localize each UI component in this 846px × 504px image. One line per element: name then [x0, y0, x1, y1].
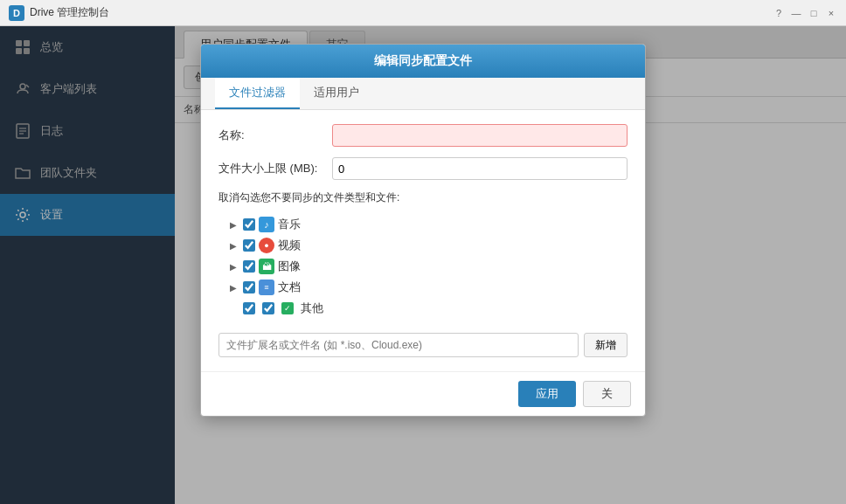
video-checkbox[interactable] [243, 239, 255, 252]
category-tree: ▶ ♪ 音乐 ▶ ● 视频 ▶ 🏔 图像 [227, 214, 628, 319]
window-title: Drive 管理控制台 [30, 5, 109, 20]
filesize-label: 文件大小上限 (MB): [218, 161, 332, 176]
close-button[interactable]: × [825, 7, 837, 19]
doc-expand[interactable]: ▶ [227, 281, 239, 293]
apply-button[interactable]: 应用 [518, 381, 576, 407]
other-checkbox1[interactable] [243, 302, 255, 314]
close-dialog-button[interactable]: 关 [583, 381, 631, 407]
dialog-title: 编辑同步配置文件 [201, 45, 645, 78]
dialog-tab-file-filter[interactable]: 文件过滤器 [215, 78, 300, 109]
dialog-body: 名称: 文件大小上限 (MB): 取消勾选您不要同步的文件类型和文件: ▶ ♪ … [201, 110, 645, 371]
name-input[interactable] [332, 124, 628, 147]
filesize-input[interactable] [332, 157, 628, 180]
titlebar-controls[interactable]: ? — □ × [773, 7, 837, 19]
dialog-tab-bar: 文件过滤器 适用用户 [201, 78, 645, 110]
other-checkbox2[interactable] [262, 302, 274, 314]
music-checkbox[interactable] [243, 218, 255, 231]
app-logo: D [9, 5, 24, 21]
dialog-tab-applicable-users[interactable]: 适用用户 [300, 78, 373, 109]
other-icon: ✓ [281, 302, 294, 314]
music-expand[interactable]: ▶ [227, 218, 239, 231]
name-label: 名称: [218, 128, 332, 143]
dialog-footer: 应用 关 [201, 371, 645, 416]
ext-row: 新增 [218, 333, 628, 357]
minimize-button[interactable]: — [790, 7, 802, 19]
edit-sync-dialog: 编辑同步配置文件 文件过滤器 适用用户 名称: 文件大小上限 (MB): 取消勾… [200, 44, 646, 417]
image-row: ▶ 🏔 图像 [227, 256, 628, 277]
ext-input[interactable] [218, 333, 579, 357]
name-row: 名称: [218, 124, 628, 147]
doc-label: 文档 [278, 280, 301, 295]
music-row: ▶ ♪ 音乐 [227, 214, 628, 235]
music-label: 音乐 [278, 217, 301, 232]
image-label: 图像 [278, 259, 301, 274]
titlebar: D Drive 管理控制台 ? — □ × [0, 0, 846, 26]
other-label: 其他 [301, 300, 323, 316]
filesize-row: 文件大小上限 (MB): [218, 157, 628, 180]
video-row: ▶ ● 视频 [227, 235, 628, 256]
image-expand[interactable]: ▶ [227, 260, 239, 273]
hint-text: 取消勾选您不要同步的文件类型和文件: [218, 190, 628, 205]
doc-icon: ≡ [259, 280, 274, 295]
titlebar-left: D Drive 管理控制台 [9, 5, 109, 21]
music-icon: ♪ [259, 217, 274, 232]
maximize-button[interactable]: □ [808, 7, 820, 19]
video-icon: ● [259, 238, 274, 253]
doc-checkbox[interactable] [243, 281, 255, 293]
video-expand[interactable]: ▶ [227, 239, 239, 252]
doc-row: ▶ ≡ 文档 [227, 277, 628, 298]
video-label: 视频 [278, 238, 301, 253]
image-icon: 🏔 [259, 259, 274, 274]
help-button[interactable]: ? [773, 7, 785, 19]
modal-overlay: 编辑同步配置文件 文件过滤器 适用用户 名称: 文件大小上限 (MB): 取消勾… [0, 26, 846, 504]
image-checkbox[interactable] [243, 260, 255, 273]
other-row: ✓ 其他 [243, 298, 628, 319]
add-ext-button[interactable]: 新增 [584, 333, 628, 357]
